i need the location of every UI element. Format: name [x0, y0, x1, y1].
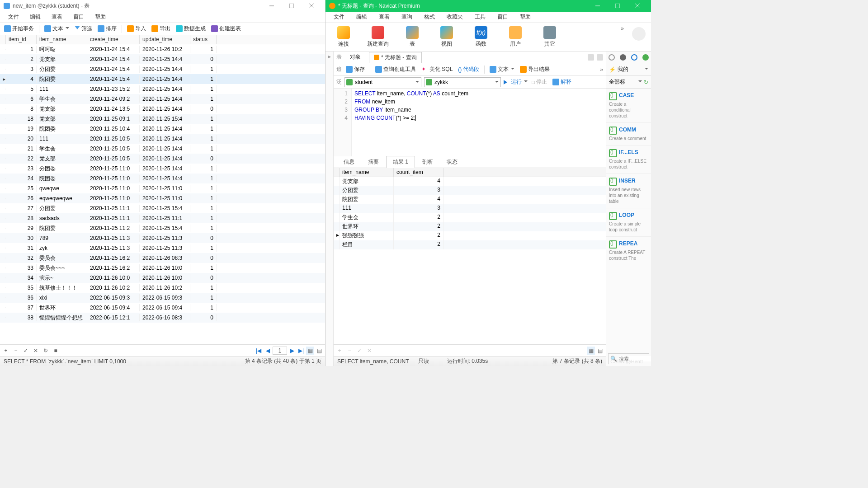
result-row[interactable]: 学生会2 [334, 213, 606, 222]
rescol-name[interactable]: item_name [340, 168, 394, 177]
col-create-time[interactable]: create_time [87, 35, 140, 44]
page-input[interactable] [273, 347, 287, 355]
delete-row-button[interactable]: − [12, 347, 20, 355]
code-area[interactable]: SELECT item_name, COUNT(*) AS count_item… [352, 89, 606, 156]
minimize-button[interactable] [262, 0, 282, 12]
begin-tx-button[interactable]: 开始事务 [3, 24, 35, 33]
result-grid[interactable]: 党支部4 分团委3 院团委4 1113 学生会2 世界环2▸ 强强强强2 栏目2 [334, 177, 606, 344]
text-mode-button[interactable]: 文本 [488, 65, 516, 74]
table-row[interactable]: ▸ 4院团委 2020-11-24 15:42020-11-25 14:4 1 [0, 74, 325, 84]
snippet-item[interactable]: INSERInsert new rows into an existing ta… [606, 174, 651, 208]
table-row[interactable]: 8党支部 2020-11-24 13:52020-11-25 14:4 0 [0, 104, 325, 114]
menu-format[interactable]: 格式 [424, 13, 435, 21]
table-button[interactable]: 表 [401, 26, 424, 48]
snippet-item[interactable]: IF...ELSCreate a IF...ELSE construct [606, 145, 651, 174]
sort-button[interactable]: 排序 [96, 24, 118, 33]
result-row[interactable]: 院团委4 [334, 195, 606, 204]
chart-button[interactable]: 创建图表 [210, 24, 242, 33]
table-row[interactable]: 18党支部 2020-11-25 09:12020-11-25 15:4 1 [0, 114, 325, 124]
snippet-item[interactable]: LOOPCreate a simple loop construct [606, 208, 651, 237]
snippet-item[interactable]: CASECreate a conditional construct [606, 89, 651, 123]
filter-button[interactable]: 筛选 [73, 24, 94, 33]
table-row[interactable]: 34演示~ 2020-11-26 10:02020-11-26 10:0 0 [0, 273, 325, 283]
tab-info[interactable]: 信息 [337, 156, 361, 168]
my-snippets-select[interactable]: ⚡我的 [606, 63, 651, 76]
info-icon[interactable] [609, 54, 615, 61]
table-row[interactable]: 27分团委 2020-11-25 11:12020-11-25 15:4 1 [0, 203, 325, 213]
table-row[interactable]: 22党支部 2020-11-25 10:52020-11-25 14:4 0 [0, 154, 325, 164]
table-row[interactable]: 25qweqwe 2020-11-25 11:02020-11-25 11:0 … [0, 183, 325, 193]
table-row[interactable]: 21学生会 2020-11-25 10:52020-11-25 14:4 1 [0, 144, 325, 154]
table-row[interactable]: 31zyk 2020-11-25 11:32020-11-25 11:3 1 [0, 243, 325, 253]
menu-tools[interactable]: 工具 [475, 13, 486, 21]
more-button[interactable]: » [621, 25, 624, 32]
active-icon[interactable] [642, 54, 649, 61]
menu-window[interactable]: 窗口 [73, 13, 84, 21]
beautify-button[interactable]: ✦美化 SQL [420, 65, 454, 74]
tab-objects[interactable]: 对象 [345, 52, 365, 62]
grid-view-button[interactable]: ▦ [587, 347, 595, 355]
connection-button[interactable]: 连接 [332, 26, 355, 48]
table-row[interactable]: 3分团委 2020-11-24 15:42020-11-25 14:4 1 [0, 64, 325, 74]
menu-file[interactable]: 文件 [8, 13, 19, 21]
avatar[interactable] [632, 27, 646, 41]
result-row[interactable]: 分团委3 [334, 186, 606, 195]
menu-view[interactable]: 查看 [52, 13, 62, 21]
tab-summary[interactable]: 摘要 [362, 156, 385, 168]
result-row[interactable]: 党支部4 [334, 177, 606, 186]
tab-query[interactable]: * 无标题 - 查询 [369, 52, 422, 63]
tab-status[interactable]: 状态 [440, 156, 464, 168]
table-row[interactable]: 20111 2020-11-25 10:52020-11-25 14:4 1 [0, 134, 325, 144]
table-row[interactable]: 29院团委 2020-11-25 11:22020-11-25 15:4 1 [0, 223, 325, 233]
minimize-button[interactable] [588, 0, 608, 12]
user-button[interactable]: 用户 [504, 26, 527, 48]
add-row-button[interactable]: + [2, 347, 10, 355]
menu-window[interactable]: 窗口 [497, 13, 508, 21]
form-view-button[interactable]: ▤ [315, 347, 323, 355]
tab-result[interactable]: 结果 1 [386, 156, 415, 168]
table-row[interactable]: 28sadsads 2020-11-25 11:12020-11-25 11:1… [0, 213, 325, 223]
menu-help[interactable]: 帮助 [520, 13, 531, 21]
table-row[interactable]: 1呵呵哒 2020-11-24 15:42020-11-26 10:2 1 [0, 44, 325, 54]
table-row[interactable]: 38惺惺惜惺惺个想想 2022-06-15 12:12022-06-16 08:… [0, 313, 325, 323]
explain-button[interactable]: 解释 [551, 77, 573, 87]
table-row[interactable]: 23分团委 2020-11-25 11:02020-11-25 14:4 1 [0, 164, 325, 174]
table-row[interactable]: 32委员会 2020-11-25 16:22020-11-26 08:3 0 [0, 253, 325, 263]
last-page-button[interactable]: ▶| [297, 347, 305, 355]
rescol-count[interactable]: count_item [394, 168, 443, 177]
connection-select[interactable]: student [344, 77, 421, 87]
export-button[interactable]: 导出 [150, 24, 172, 33]
braces-icon[interactable] [631, 54, 637, 61]
first-page-button[interactable]: |◀ [255, 347, 263, 355]
result-row[interactable]: 世界环2 [334, 222, 606, 231]
import-button[interactable]: 导入 [126, 24, 147, 33]
stop-button[interactable]: □停止 [530, 77, 548, 87]
menu-file[interactable]: 文件 [334, 13, 344, 21]
result-row[interactable]: 1113 [334, 204, 606, 213]
panel-toggle-2[interactable] [597, 54, 603, 61]
next-page-button[interactable]: ▶ [288, 347, 296, 355]
query-builder-button[interactable]: 查询创建工具 [374, 65, 417, 74]
maximize-button[interactable] [282, 0, 302, 12]
col-status[interactable]: status [190, 35, 217, 44]
other-button[interactable]: 其它 [538, 26, 561, 48]
grid-view-button[interactable]: ▦ [306, 347, 314, 355]
eye-icon[interactable] [620, 54, 626, 61]
all-tags-select[interactable]: 全部标↻ [606, 76, 651, 89]
sql-editor[interactable]: 1234 SELECT item_name, COUNT(*) AS count… [334, 89, 606, 156]
table-row[interactable]: 35筑基修士！！！ 2020-11-26 10:22020-11-26 10:2… [0, 283, 325, 293]
table-row[interactable]: 19院团委 2020-11-25 10:42020-11-25 14:4 1 [0, 124, 325, 134]
col-item-name[interactable]: item_name [37, 35, 87, 44]
codeseg-button[interactable]: ()代码段 [457, 65, 481, 74]
view-button[interactable]: 视图 [435, 26, 458, 48]
cancel-button[interactable]: ✕ [32, 347, 40, 355]
close-button[interactable] [302, 0, 321, 12]
function-button[interactable]: f(x)函数 [469, 26, 493, 48]
snippet-item[interactable]: REPEACreate A REPEAT construct The [606, 237, 651, 265]
menu-edit[interactable]: 编辑 [30, 13, 41, 21]
col-item-id[interactable]: item_id [6, 35, 37, 44]
col-update-time[interactable]: update_time [140, 35, 190, 44]
table-row[interactable]: 2党支部 2020-11-24 15:42020-11-25 14:4 0 [0, 54, 325, 64]
save-button[interactable]: 保存 [344, 65, 366, 74]
text-button[interactable]: 文本 [43, 24, 71, 33]
